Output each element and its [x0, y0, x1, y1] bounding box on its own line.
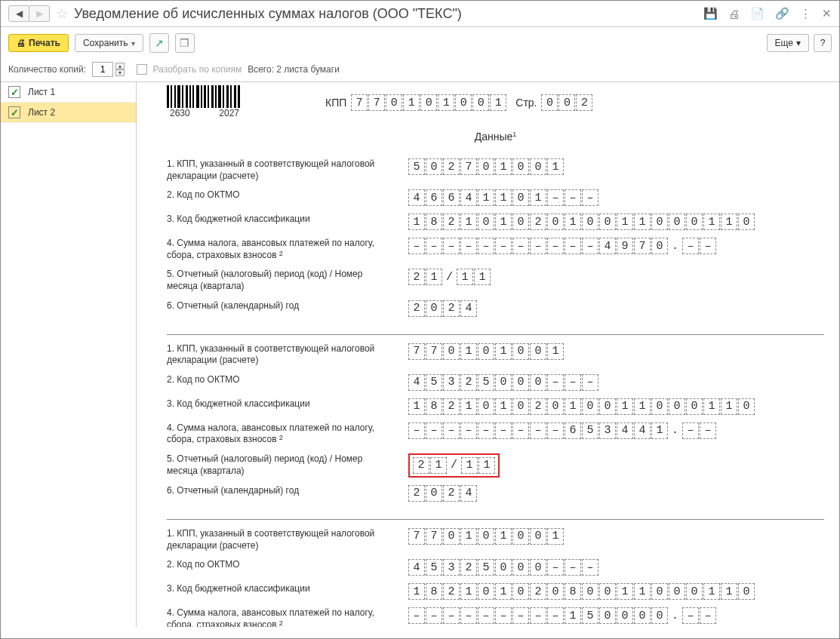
- sidebar-item[interactable]: ✓Лист 1: [1, 82, 136, 103]
- field-value: 502701001: [408, 158, 564, 175]
- field-label: 2. Код по ОКТМО: [167, 189, 386, 201]
- field-label: 5. Отчетный (налоговый) период (код) / Н…: [167, 453, 386, 477]
- field-label: 1. КПП, указанный в соответствующей нало…: [167, 343, 386, 367]
- spinner-down-icon[interactable]: ▼: [115, 69, 125, 76]
- field-label: 4. Сумма налога, авансовых платежей по н…: [167, 607, 386, 627]
- preview-icon[interactable]: 📄: [750, 7, 765, 20]
- field-value: –––––––––150000.––: [408, 607, 716, 624]
- field-value: 21/11: [408, 269, 491, 285]
- field-value: 18210102010011000110: [408, 398, 755, 415]
- window-title: Уведомление об исчисленных суммах налого…: [74, 6, 462, 22]
- document-preview[interactable]: 2630 2027 КПП 770101001 Стр. 002 Данные1…: [137, 82, 839, 627]
- chevron-down-icon: ▾: [131, 39, 135, 48]
- total-pages-label: Всего: 2 листа бумаги: [248, 64, 340, 75]
- svg-rect-4: [182, 85, 183, 108]
- svg-rect-0: [167, 85, 169, 108]
- external-open-button[interactable]: ↗: [149, 33, 169, 53]
- data-block: 1. КПП, указанный в соответствующей нало…: [167, 335, 824, 520]
- data-block: 1. КПП, указанный в соответствующей нало…: [167, 520, 824, 627]
- field-value: 770101001: [408, 343, 564, 360]
- sidebar-item-label: Лист 2: [28, 107, 55, 118]
- field-value: 45325000–––: [408, 374, 598, 391]
- svg-rect-12: [211, 85, 214, 108]
- checkbox-icon[interactable]: ✓: [8, 106, 20, 118]
- svg-rect-10: [204, 85, 206, 108]
- field-label: 6. Отчетный (календарный) год: [167, 485, 386, 497]
- more-button[interactable]: Еще ▾: [767, 34, 809, 52]
- separate-by-copies-checkbox[interactable]: Разобрать по копиям: [137, 64, 242, 75]
- page-cells: 002: [541, 94, 592, 111]
- data-block: 1. КПП, указанный в соответствующей нало…: [167, 150, 824, 335]
- copies-label: Количество копий:: [8, 64, 86, 75]
- chevron-down-icon: ▾: [796, 38, 801, 48]
- field-label: 3. Код бюджетной классификации: [167, 398, 386, 410]
- svg-rect-2: [174, 85, 176, 108]
- page-label: Стр.: [515, 97, 537, 109]
- field-value: 45325000–––: [408, 559, 598, 576]
- field-value: 770101001: [408, 528, 564, 545]
- field-label: 1. КПП, указанный в соответствующей нало…: [167, 528, 386, 551]
- print-button[interactable]: 🖨 Печать: [8, 34, 69, 52]
- svg-rect-13: [215, 85, 217, 108]
- field-label: 2. Код по ОКТМО: [167, 374, 386, 386]
- copy-button[interactable]: ❐: [175, 33, 195, 53]
- svg-rect-15: [223, 85, 224, 108]
- field-value: 21/11: [408, 453, 500, 478]
- svg-rect-19: [238, 85, 240, 108]
- svg-rect-3: [177, 85, 180, 108]
- svg-rect-9: [201, 85, 202, 108]
- toolbar: 🖨 Печать Сохранить ▾ ↗ ❐ Еще ▾ ?: [1, 27, 839, 59]
- checkbox-icon[interactable]: ✓: [8, 86, 20, 98]
- copies-spinner[interactable]: ▲ ▼: [115, 63, 125, 76]
- field-value: 18210102080011000110: [408, 583, 755, 600]
- kpp-cells: 770101001: [351, 94, 506, 111]
- save-icon[interactable]: 💾: [703, 7, 718, 20]
- field-value: 18210102010011000110: [408, 214, 755, 230]
- field-label: 2. Код по ОКТМО: [167, 559, 386, 571]
- field-value: 2024: [408, 485, 477, 502]
- svg-rect-5: [186, 85, 188, 108]
- barcode: 2630 2027: [167, 85, 242, 118]
- svg-rect-7: [192, 85, 194, 108]
- field-label: 4. Сумма налога, авансовых платежей по н…: [167, 422, 386, 446]
- spinner-up-icon[interactable]: ▲: [115, 63, 125, 69]
- kpp-label: КПП: [325, 97, 346, 109]
- field-value: –––––––––––4970.––: [408, 238, 716, 254]
- sidebar-item-label: Лист 1: [28, 87, 55, 97]
- field-value: –––––––––653441.––: [408, 422, 716, 439]
- field-label: 6. Отчетный (календарный) год: [167, 300, 386, 312]
- field-label: 5. Отчетный (налоговый) период (код) / Н…: [167, 269, 386, 292]
- copies-row: Количество копий: ▲ ▼ Разобрать по копия…: [1, 59, 839, 81]
- svg-rect-1: [171, 85, 172, 108]
- svg-rect-8: [196, 85, 199, 108]
- print-icon[interactable]: 🖨: [728, 8, 740, 20]
- window-header: ◀ ▶ ☆ Уведомление об исчисленных суммах …: [1, 1, 839, 27]
- field-value: 2024: [408, 300, 477, 317]
- back-button[interactable]: ◀: [8, 5, 29, 22]
- field-label: 4. Сумма налога, авансовых платежей по н…: [167, 238, 386, 261]
- field-label: 3. Код бюджетной классификации: [167, 214, 386, 226]
- svg-rect-17: [230, 85, 232, 108]
- field-label: 3. Код бюджетной классификации: [167, 583, 386, 595]
- sidebar-item[interactable]: ✓Лист 2: [1, 103, 136, 123]
- kebab-menu-icon[interactable]: ⋮: [800, 7, 811, 20]
- svg-rect-6: [189, 85, 191, 108]
- printer-icon: 🖨: [17, 38, 26, 48]
- field-label: 1. КПП, указанный в соответствующей нало…: [167, 158, 386, 182]
- favorite-star-icon[interactable]: ☆: [56, 5, 68, 22]
- highlighted-period: 21/11: [408, 453, 500, 478]
- sidebar: ✓Лист 1✓Лист 2: [1, 82, 137, 627]
- forward-button[interactable]: ▶: [29, 5, 50, 22]
- svg-rect-14: [218, 85, 221, 108]
- save-dropdown-button[interactable]: Сохранить ▾: [75, 34, 143, 52]
- field-value: 46641101–––: [408, 189, 598, 206]
- section-title: Данные1: [167, 123, 824, 150]
- copies-input[interactable]: [92, 62, 113, 77]
- link-icon[interactable]: 🔗: [775, 7, 789, 20]
- help-button[interactable]: ?: [814, 34, 832, 52]
- close-icon[interactable]: ✕: [822, 7, 832, 20]
- svg-rect-11: [208, 85, 209, 108]
- svg-rect-16: [226, 85, 229, 108]
- svg-rect-18: [234, 85, 236, 108]
